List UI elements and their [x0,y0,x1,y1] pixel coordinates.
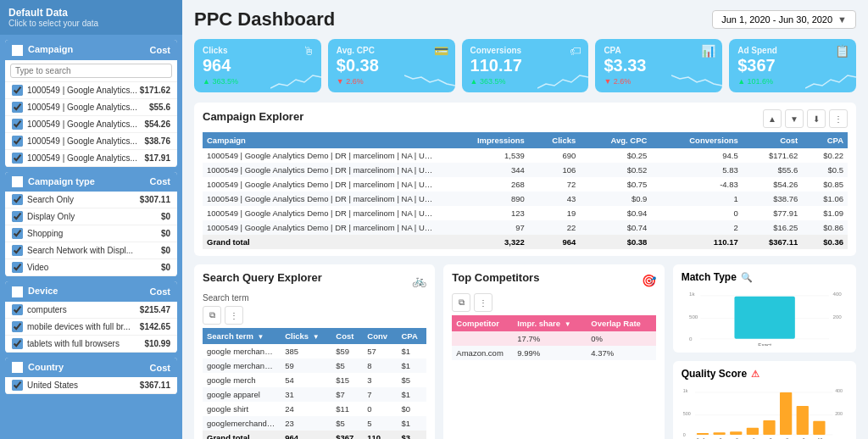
sq-col-cpa: CPA [397,328,426,344]
campaign-checkbox[interactable] [12,45,23,56]
svg-rect-24 [796,406,808,435]
sq-conv-3: 7 [363,387,397,402]
sq-cpa-2: $5 [397,373,426,387]
svg-rect-22 [763,420,775,435]
sq-cost-3: $7 [331,387,363,402]
table-row: 17.7% 0% [452,331,655,346]
sq-conv-1: 8 [363,358,397,373]
warning-icon: ⚠ [751,369,760,380]
svg-text:400: 400 [835,388,843,393]
more-options-button[interactable]: ⋮ [829,109,848,128]
list-item[interactable]: Shopping$0 [5,225,177,242]
impressions-cell-5: 97 [440,220,529,235]
list-item[interactable]: mobile devices with full br...$142.65 [5,319,177,336]
list-item[interactable]: Search Network with Displ...$0 [5,242,177,259]
search-icon: 🔍 [741,272,753,283]
campaign-explorer-table: Campaign Impressions Clicks Avg. CPC Con… [203,132,848,249]
search-query-header: Search Query Explorer 🚲 [203,271,426,289]
svg-rect-18 [697,433,709,435]
conversions-cell-0: 94.5 [651,148,742,163]
campaign-search-input[interactable] [10,64,172,78]
svg-rect-25 [813,421,825,435]
comp-name-0 [452,331,513,346]
sq-cpa-5: $1 [397,416,426,431]
sq-col-conv: Conv [363,328,397,344]
list-item[interactable]: Display Only$0 [5,208,177,225]
sq-more-button[interactable]: ⋮ [225,306,243,325]
list-item[interactable]: tablets with full browsers$10.99 [5,336,177,353]
campaign-type-checkbox[interactable] [12,176,23,187]
svg-text:500: 500 [689,314,698,320]
list-item[interactable]: United States$367.11 [5,377,177,394]
col-clicks: Clicks [529,132,580,148]
impressions-cell-0: 1,539 [440,148,529,163]
bottom-row: Search Query Explorer 🚲 Search term ⧉ ⋮ … [194,264,856,439]
sq-cpa-4: $0 [397,402,426,416]
sq-copy-button[interactable]: ⧉ [203,306,221,325]
table-row: 1000549 | Google Analytics Demo | DR | m… [203,192,848,206]
sq-clicks-0: 385 [281,344,331,358]
sort-down-button[interactable]: ▼ [785,109,804,128]
search-term-label: Search term [203,293,426,303]
grand-total-label: Grand total [203,235,440,249]
svg-text:200: 200 [832,314,842,320]
list-item[interactable]: 1000549 | Google Analytics...$54.26 [5,116,177,133]
comp-copy-button[interactable]: ⧉ [452,293,470,312]
comp-more-button[interactable]: ⋮ [474,293,492,312]
sq-conv-5: 5 [363,416,397,431]
svg-rect-8 [734,297,794,339]
sq-clicks-3: 31 [281,387,331,402]
list-item[interactable]: 1000549 | Google Analytics...$17.91 [5,150,177,167]
svg-text:400: 400 [832,291,842,297]
cpa-sparkline [671,67,722,92]
list-item[interactable]: Search Only$307.11 [5,192,177,208]
clicks-cell-0: 690 [529,148,580,163]
avg-cpc-cell-5: $0.74 [580,220,651,235]
campaign-explorer-actions: ▲ ▼ ⬇ ⋮ [763,109,848,128]
svg-text:500: 500 [682,411,690,416]
campaign-cell-5: 1000549 | Google Analytics Demo | DR | m… [203,220,440,235]
sidebar-section-campaign-header: Campaign Cost [5,40,177,60]
competitors-table: Competitor Impr. share ▼ Overlap Rate 17… [452,315,655,360]
search-query-panel: Search Query Explorer 🚲 Search term ⧉ ⋮ … [194,264,435,439]
table-row: 1000549 | Google Analytics Demo | DR | m… [203,148,848,163]
sq-grand-cpa: $3 [397,431,426,439]
comp-overlap-1: 4.37% [587,346,655,360]
col-cost: Cost [743,132,802,148]
campaign-cell-0: 1000549 | Google Analytics Demo | DR | m… [203,148,440,163]
sq-cost-5: $5 [331,416,363,431]
grand-total-cpa: $0.36 [802,235,848,249]
country-checkbox[interactable] [12,362,23,373]
list-item[interactable]: 1000549 | Google Analytics...$55.6 [5,99,177,116]
comp-col-overlap: Overlap Rate [587,315,655,331]
table-row: 1000549 | Google Analytics Demo | DR | m… [203,177,848,192]
list-item[interactable]: computers$215.47 [5,302,177,319]
grand-total-clicks: 964 [529,235,580,249]
list-item[interactable]: Video$0 [5,259,177,276]
sort-up-button[interactable]: ▲ [763,109,782,128]
sidebar-default-data-title: Default Data [8,7,174,19]
comp-col-impr-share: Impr. share ▼ [513,315,587,331]
grand-total-impressions: 3,322 [440,235,529,249]
conversions-icon: 🏷 [570,44,581,58]
date-range-picker[interactable]: Jun 1, 2020 - Jun 30, 2020 ▼ [712,10,856,29]
cpa-cell-2: $0.85 [802,177,848,192]
campaign-explorer-title: Campaign Explorer [203,110,303,123]
table-row: google merchandise store 385 $59 57 $1 [203,344,426,358]
grand-total-cost: $367.11 [743,235,802,249]
table-row: google shirt 24 $11 0 $0 [203,402,426,416]
sq-term-5: googlemerchandise store [203,416,281,431]
sidebar-section-campaign-type: Campaign type Cost Search Only$307.11 Di… [5,172,177,277]
ad-spend-sparkline [805,67,856,92]
cost-cell-4: $77.91 [743,206,802,220]
download-button[interactable]: ⬇ [807,109,826,128]
device-checkbox[interactable] [12,286,23,297]
list-item[interactable]: 1000549 | Google Analytics...$38.76 [5,133,177,150]
clicks-cell-3: 43 [529,192,580,206]
sq-grand-label: Grand total [203,431,281,439]
list-item[interactable]: 1000549 | Google Analytics...$171.62 [5,82,177,99]
cost-cell-1: $55.6 [743,163,802,177]
cpa-cell-4: $1.09 [802,206,848,220]
sidebar-header[interactable]: Default Data Click to select your data [0,0,182,35]
sq-conv-4: 0 [363,402,397,416]
